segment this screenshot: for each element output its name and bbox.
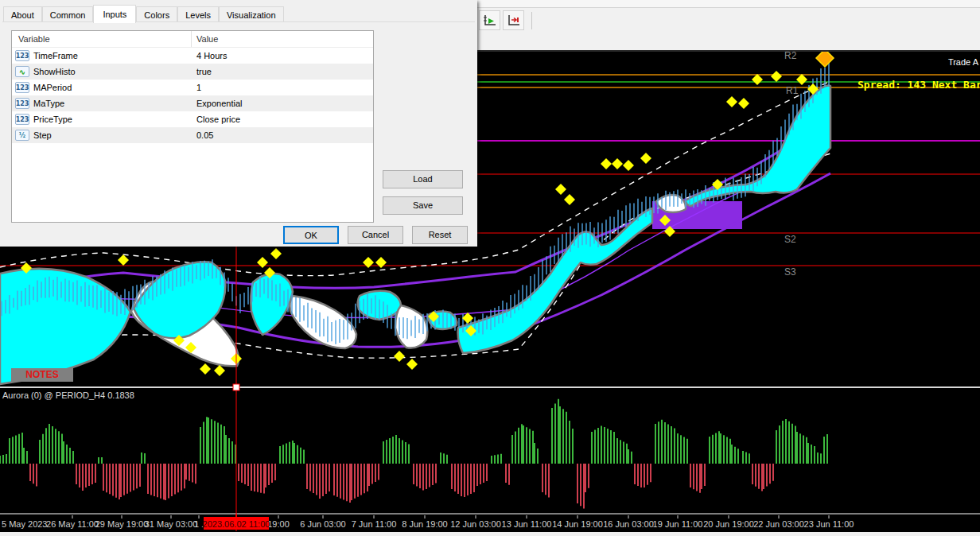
dialog-tabs: About Common Inputs Colors Levels Visual…: [3, 4, 284, 22]
tab-common[interactable]: Common: [42, 6, 94, 22]
chart-icon: ∿: [15, 66, 29, 77]
time-label: 31 May 03:00: [145, 519, 198, 529]
pivot-level-label: R2: [784, 50, 797, 61]
time-label: 6 Jun 03:00: [300, 519, 346, 529]
time-label: 14 Jun 19:00: [552, 519, 603, 529]
auto-scroll-button[interactable]: [479, 10, 500, 30]
top-toolbar: [477, 0, 980, 52]
toolbar-separator: [531, 12, 532, 29]
table-row[interactable]: 123PriceType Close price: [12, 111, 373, 127]
time-label: 29 May 19:00: [95, 519, 149, 529]
application-window: R2R1PivotS1S2S3 Spread: 143 Next Bar Tra…: [0, 0, 980, 536]
table-header: Variable Value: [12, 31, 373, 48]
notes-button[interactable]: NOTES: [11, 368, 73, 382]
table-row[interactable]: ∿ShowHisto true: [12, 64, 373, 80]
tab-inputs[interactable]: Inputs: [93, 5, 136, 23]
trade-assistant-label: Trade A: [948, 57, 979, 67]
variable-value[interactable]: Close price: [192, 115, 373, 124]
tab-divider: [2, 21, 475, 22]
variable-value[interactable]: true: [192, 67, 373, 76]
indicator-properties-dialog: About Common Inputs Colors Levels Visual…: [0, 0, 477, 247]
variable-name: MaType: [33, 99, 64, 108]
numbers-icon: 123: [15, 50, 29, 61]
ok-button[interactable]: OK: [283, 226, 339, 244]
numbers-icon: 123: [15, 114, 29, 125]
time-label: 20 Jun 19:00: [703, 519, 754, 529]
time-label: 12 Jun 03:00: [450, 519, 501, 529]
time-label: 13 Jun 11:00: [502, 519, 552, 529]
time-label: 5 May 2023: [2, 519, 47, 529]
variable-value[interactable]: 1: [192, 83, 373, 92]
time-label: 19:00: [267, 519, 290, 529]
time-label: 8 Jun 19:00: [402, 519, 448, 529]
time-label: 19 Jun 11:00: [653, 519, 703, 529]
tab-about[interactable]: About: [3, 6, 42, 22]
cancel-button[interactable]: Cancel: [348, 226, 403, 244]
time-label: 23 Jun 11:00: [804, 519, 854, 529]
time-label: 22 Jun 03:00: [753, 519, 804, 529]
status-bar: [0, 532, 980, 536]
table-row[interactable]: 123MAPeriod 1: [12, 80, 373, 95]
numbers-icon: 123: [15, 98, 29, 109]
column-header-variable: Variable: [12, 31, 192, 47]
reset-button[interactable]: Reset: [412, 226, 468, 244]
chart-top-edge: [477, 50, 980, 52]
variable-name: Step: [33, 130, 52, 140]
variable-name: MAPeriod: [33, 83, 72, 92]
variable-name: TimeFrame: [33, 51, 78, 60]
auto-scroll-icon: [482, 14, 497, 28]
variable-name: PriceType: [33, 115, 72, 124]
table-row[interactable]: ½Step 0.05: [12, 127, 373, 143]
fraction-icon: ½: [15, 130, 29, 141]
table-row[interactable]: 123MaType Exponential: [12, 95, 373, 111]
time-label: 7 Jun 11:00: [352, 519, 397, 529]
crosshair-marker: [233, 384, 239, 390]
variable-value[interactable]: 0.05: [192, 130, 373, 140]
indicator-title: Aurora (0) @ PERIOD_H4 0.1838: [2, 390, 134, 400]
table-row[interactable]: 123TimeFrame 4 Hours: [12, 48, 373, 64]
variable-value[interactable]: Exponential: [192, 99, 373, 108]
tab-visualization[interactable]: Visualization: [219, 6, 284, 22]
chart-shift-icon: [506, 14, 521, 28]
tab-levels[interactable]: Levels: [177, 6, 219, 22]
variable-name: ShowHisto: [33, 67, 76, 76]
spread-label: Spread: 143 Next Bar: [858, 79, 980, 91]
variable-value[interactable]: 4 Hours: [192, 51, 373, 60]
time-label: 26 May 11:00: [46, 519, 99, 529]
pivot-level-label: S3: [784, 266, 796, 278]
column-header-value: Value: [192, 31, 373, 47]
save-button[interactable]: Save: [383, 196, 463, 215]
tab-colors[interactable]: Colors: [136, 6, 177, 22]
numbers-icon: 123: [15, 82, 29, 93]
chart-shift-button[interactable]: [503, 10, 524, 30]
menu-strip: [477, 0, 980, 8]
inputs-table: Variable Value 123TimeFrame 4 Hours ∿Sho…: [11, 30, 374, 223]
time-label: 16 Jun 03:00: [603, 519, 654, 529]
load-button[interactable]: Load: [383, 170, 463, 188]
selected-time-label: 2023.06.02 11:00: [203, 519, 270, 529]
pivot-level-label: R1: [786, 85, 799, 96]
pivot-level-label: S2: [784, 234, 796, 245]
